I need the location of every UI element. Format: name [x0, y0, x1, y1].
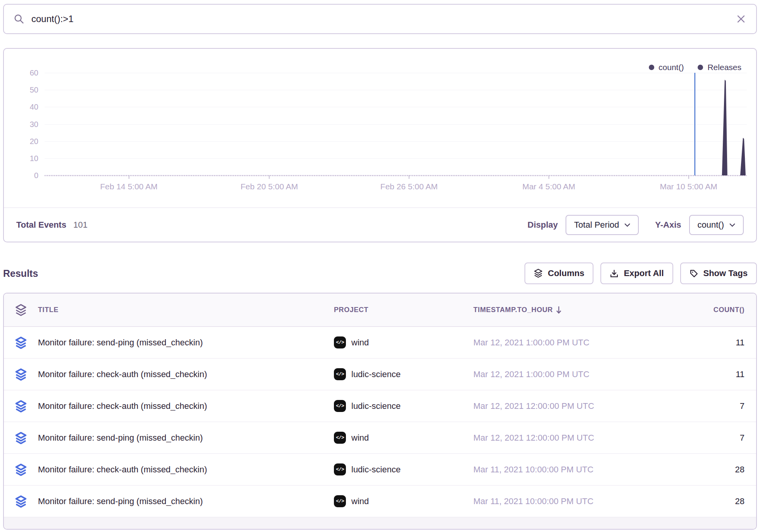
table-body: Monitor failure: send-ping (missed_check…	[4, 327, 756, 517]
header-stack-icon[interactable]	[4, 304, 38, 316]
row-count: 11	[670, 338, 756, 348]
row-project: </> ludic-science	[334, 400, 473, 412]
column-header-project[interactable]: PROJECT	[334, 306, 473, 314]
row-count: 11	[670, 369, 756, 379]
row-title[interactable]: Monitor failure: send-ping (missed_check…	[38, 338, 334, 348]
table-header-row: TITLE PROJECT TIMESTAMP.TO_HOUR COUNT()	[4, 293, 756, 327]
download-icon	[610, 269, 619, 278]
display-dropdown-value: Total Period	[574, 220, 619, 230]
y-axis-tick-20: 20	[30, 137, 38, 146]
row-project: </> ludic-science	[334, 368, 473, 380]
chevron-down-icon	[729, 223, 735, 227]
row-timestamp: Mar 12, 2021 12:00:00 PM UTC	[473, 401, 670, 411]
y-axis-tick-60: 60	[30, 69, 38, 77]
column-header-timestamp[interactable]: TIMESTAMP.TO_HOUR	[473, 306, 670, 314]
display-dropdown[interactable]: Total Period	[566, 215, 639, 235]
x-axis-tick-label: Mar 4 5:00 AM	[522, 182, 575, 191]
row-stack-icon[interactable]	[4, 463, 38, 476]
table-footer	[4, 517, 756, 529]
columns-button-label: Columns	[548, 268, 584, 278]
yaxis-label: Y-Axis	[655, 220, 681, 230]
total-events-value: 101	[73, 220, 88, 230]
y-axis-tick-0: 0	[34, 171, 38, 180]
project-name: ludic-science	[351, 465, 401, 475]
column-header-timestamp-label: TIMESTAMP.TO_HOUR	[473, 306, 553, 314]
legend-item-releases[interactable]: Releases	[698, 63, 741, 72]
row-title[interactable]: Monitor failure: check-auth (missed_chec…	[38, 369, 334, 379]
platform-code-icon: </>	[334, 495, 346, 507]
legend-label-count: count()	[659, 63, 684, 72]
row-count: 28	[670, 465, 756, 475]
row-project: </> wind	[334, 336, 473, 348]
row-stack-icon[interactable]	[4, 495, 38, 508]
results-table: TITLE PROJECT TIMESTAMP.TO_HOUR COUNT() …	[3, 293, 757, 530]
row-title[interactable]: Monitor failure: check-auth (missed_chec…	[38, 401, 334, 411]
project-name: ludic-science	[351, 369, 401, 379]
platform-code-icon: </>	[334, 432, 346, 444]
y-axis-tick-50: 50	[30, 86, 38, 94]
events-chart[interactable]: count() Releases 0102030405060Feb 14 5:0…	[4, 49, 756, 208]
total-events-label: Total Events	[16, 220, 66, 230]
results-actions: Columns Export All Show Tags	[524, 263, 757, 284]
x-axis-tick-mark	[688, 175, 689, 179]
project-name: wind	[351, 433, 369, 443]
table-row[interactable]: Monitor failure: send-ping (missed_check…	[4, 422, 756, 454]
x-axis-tick-mark	[269, 175, 270, 179]
count-series-spike[interactable]	[722, 80, 727, 175]
export-all-button[interactable]: Export All	[600, 263, 673, 284]
column-header-title[interactable]: TITLE	[38, 306, 334, 314]
events-chart-card: count() Releases 0102030405060Feb 14 5:0…	[3, 48, 757, 242]
platform-code-icon: </>	[334, 336, 346, 348]
export-all-button-label: Export All	[624, 268, 664, 278]
yaxis-dropdown[interactable]: count()	[689, 215, 744, 235]
show-tags-button-label: Show Tags	[703, 268, 748, 278]
row-count: 7	[670, 433, 756, 443]
row-project: </> wind	[334, 495, 473, 507]
legend-item-count[interactable]: count()	[649, 63, 684, 72]
search-input[interactable]	[31, 14, 736, 24]
plot-area: 0102030405060Feb 14 5:00 AMFeb 20 5:00 A…	[45, 73, 747, 175]
table-row[interactable]: Monitor failure: send-ping (missed_check…	[4, 486, 756, 517]
columns-button[interactable]: Columns	[524, 263, 593, 284]
tag-icon	[690, 269, 698, 278]
row-stack-icon[interactable]	[4, 400, 38, 412]
project-name: wind	[351, 338, 369, 348]
chart-legend[interactable]: count() Releases	[649, 63, 741, 72]
project-name: ludic-science	[351, 401, 401, 411]
chevron-down-icon	[624, 223, 630, 227]
row-project: </> wind	[334, 432, 473, 444]
x-axis-tick-mark	[409, 175, 409, 179]
x-axis-tick-label: Mar 10 5:00 AM	[660, 182, 717, 191]
row-stack-icon[interactable]	[4, 336, 38, 349]
row-timestamp: Mar 12, 2021 1:00:00 PM UTC	[473, 338, 670, 348]
chart-series-svg	[45, 73, 747, 175]
search-icon	[14, 14, 24, 24]
y-axis-tick-30: 30	[30, 120, 38, 129]
platform-code-icon: </>	[334, 463, 346, 475]
row-project: </> ludic-science	[334, 463, 473, 475]
chart-footer: Total Events 101 Display Total Period Y-…	[4, 208, 756, 242]
legend-dot-count	[649, 65, 654, 70]
x-axis-tick-mark	[549, 175, 549, 179]
row-title[interactable]: Monitor failure: send-ping (missed_check…	[38, 496, 334, 506]
table-row[interactable]: Monitor failure: check-auth (missed_chec…	[4, 454, 756, 486]
show-tags-button[interactable]: Show Tags	[680, 263, 757, 284]
row-timestamp: Mar 12, 2021 12:00:00 PM UTC	[473, 433, 670, 443]
row-count: 7	[670, 401, 756, 411]
legend-label-releases: Releases	[707, 63, 741, 72]
search-bar[interactable]	[3, 4, 757, 34]
row-stack-icon[interactable]	[4, 432, 38, 444]
column-header-count[interactable]: COUNT()	[670, 306, 756, 314]
table-row[interactable]: Monitor failure: send-ping (missed_check…	[4, 327, 756, 359]
legend-dot-releases	[698, 65, 703, 70]
x-axis-tick-label: Feb 14 5:00 AM	[100, 182, 157, 191]
row-title[interactable]: Monitor failure: send-ping (missed_check…	[38, 433, 334, 443]
row-stack-icon[interactable]	[4, 368, 38, 381]
row-title[interactable]: Monitor failure: check-auth (missed_chec…	[38, 465, 334, 475]
project-name: wind	[351, 496, 369, 506]
clear-search-icon[interactable]	[736, 14, 746, 24]
table-row[interactable]: Monitor failure: check-auth (missed_chec…	[4, 359, 756, 390]
table-row[interactable]: Monitor failure: check-auth (missed_chec…	[4, 390, 756, 422]
layers-icon	[534, 269, 543, 278]
count-series-spike[interactable]	[740, 138, 746, 175]
